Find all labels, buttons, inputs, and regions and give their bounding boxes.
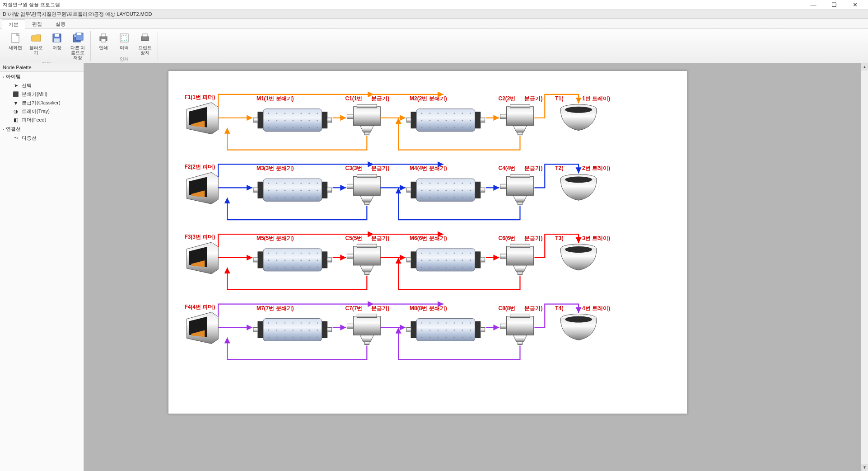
scroll-down-icon[interactable]: ▼ [861, 464, 868, 471]
mill-node[interactable] [253, 179, 332, 201]
classifier-node[interactable] [500, 104, 534, 135]
svg-text:분급기): 분급기) [371, 305, 389, 311]
mill-node[interactable] [406, 249, 485, 271]
feeder-node[interactable] [187, 312, 218, 344]
svg-rect-42 [347, 114, 353, 119]
svg-point-274 [462, 330, 463, 331]
classifier-node[interactable] [500, 314, 534, 345]
open-folder-button[interactable]: 불러오기 [27, 31, 45, 61]
feeder-node[interactable] [187, 242, 218, 274]
svg-rect-88 [322, 182, 327, 198]
svg-point-276 [421, 337, 423, 338]
tray-node[interactable] [560, 244, 597, 270]
svg-point-64 [429, 127, 431, 128]
feeder-node[interactable] [187, 103, 218, 134]
svg-text:4번 트레이): 4번 트레이) [582, 305, 610, 311]
svg-rect-260 [475, 322, 481, 338]
svg-point-205 [421, 267, 423, 268]
classifier-node[interactable] [347, 244, 380, 275]
maximize-button[interactable]: ☐ [824, 0, 845, 10]
classifier-node[interactable] [347, 314, 380, 345]
svg-point-30 [300, 120, 302, 121]
svg-point-23 [300, 113, 302, 114]
tray-node[interactable] [560, 104, 597, 131]
scroll-up-icon[interactable]: ▲ [861, 63, 868, 71]
tray-icon: ◑ [13, 108, 19, 115]
printer-icon [139, 32, 151, 44]
svg-point-67 [454, 127, 455, 128]
svg-rect-44 [357, 104, 377, 108]
svg-rect-284 [481, 328, 485, 332]
svg-point-267 [462, 322, 463, 324]
svg-point-104 [268, 197, 270, 198]
ribbon-tab-실행[interactable]: 실행 [49, 19, 72, 28]
svg-rect-46 [411, 112, 416, 128]
palette-item-classifier[interactable]: ▼분급기(Classifier) [0, 99, 84, 107]
svg-point-101 [300, 190, 302, 191]
canvas-area[interactable]: F1(1번 피더)M1(1번 분쇄기)C1(1번분급기)M2(2번 분쇄기)C2… [84, 63, 868, 471]
svg-rect-117 [411, 182, 416, 198]
svg-point-14 [147, 38, 148, 39]
svg-rect-187 [364, 272, 369, 275]
svg-point-124 [454, 183, 455, 184]
svg-point-27 [276, 120, 278, 121]
svg-point-238 [317, 322, 318, 324]
save-button[interactable]: 저장 [48, 31, 66, 61]
svg-rect-7 [77, 33, 81, 35]
svg-point-130 [446, 190, 447, 191]
svg-point-25 [317, 113, 318, 114]
svg-text:M5(5번 분쇄기): M5(5번 분쇄기) [257, 235, 294, 241]
classifier-node[interactable] [347, 174, 380, 205]
ribbon-tab-기본[interactable]: 기본 [2, 19, 25, 29]
svg-point-31 [308, 120, 310, 121]
palette-item-mill[interactable]: ⬛분쇄기(Mill) [0, 90, 84, 99]
mill-node[interactable] [406, 319, 485, 341]
svg-rect-142 [481, 188, 485, 192]
classifier-node[interactable] [500, 244, 534, 275]
polyline-icon: ⤳ [13, 135, 19, 141]
svg-point-232 [268, 322, 270, 324]
tray-node[interactable] [560, 314, 597, 340]
feeder-node[interactable] [187, 172, 218, 204]
palette-item-label: 선택 [22, 82, 32, 89]
close-button[interactable]: ✕ [845, 0, 865, 10]
margin-button[interactable]: 여백 [115, 31, 133, 56]
svg-text:C5(5번: C5(5번 [345, 235, 362, 241]
svg-point-169 [276, 260, 278, 261]
mill-node[interactable] [253, 109, 332, 132]
svg-rect-111 [253, 188, 258, 192]
mill-node[interactable] [406, 109, 485, 132]
palette-group-아이템[interactable]: 아이템 [0, 72, 84, 81]
palette-item-tray[interactable]: ◑트레이(Tray) [0, 107, 84, 116]
svg-rect-257 [357, 314, 377, 318]
print-button[interactable]: 인쇄 [94, 31, 112, 56]
minimize-button[interactable]: — [803, 0, 824, 10]
tray-node[interactable] [560, 174, 597, 200]
vertical-scrollbar[interactable]: ▲ ▼ [861, 63, 868, 471]
printer-button[interactable]: 프린트 장치 [136, 31, 154, 56]
svg-point-29 [292, 120, 294, 121]
palette-group-연결선[interactable]: 연결선 [0, 124, 84, 134]
svg-text:M8(8번 분쇄기): M8(8번 분쇄기) [410, 305, 447, 311]
svg-point-171 [292, 260, 294, 261]
svg-point-273 [454, 330, 455, 331]
mill-node[interactable] [406, 179, 485, 201]
mill-node[interactable] [253, 249, 332, 271]
svg-point-266 [454, 322, 455, 324]
new-doc-button[interactable]: 새화면 [6, 31, 24, 61]
save-icon [51, 32, 63, 44]
ribbon-tab-편집[interactable]: 편집 [25, 19, 49, 28]
svg-text:3번 트레이): 3번 트레이) [582, 235, 610, 241]
palette-item-cursor[interactable]: ➤선택 [0, 81, 84, 90]
mill-node[interactable] [253, 319, 332, 341]
svg-point-21 [285, 113, 286, 114]
classifier-node[interactable] [347, 104, 380, 135]
svg-point-110 [317, 197, 318, 198]
svg-point-33 [268, 127, 270, 128]
palette-item-polyline[interactable]: ⤳다중선 [0, 134, 84, 142]
classifier-node[interactable] [500, 174, 534, 205]
canvas[interactable]: F1(1번 피더)M1(1번 분쇄기)C1(1번분급기)M2(2번 분쇄기)C2… [168, 71, 687, 414]
svg-point-19 [268, 113, 270, 114]
palette-item-feed[interactable]: ◧피더(Feed) [0, 116, 84, 124]
saveas-button[interactable]: 다른 이름으로 저장 [69, 31, 87, 61]
